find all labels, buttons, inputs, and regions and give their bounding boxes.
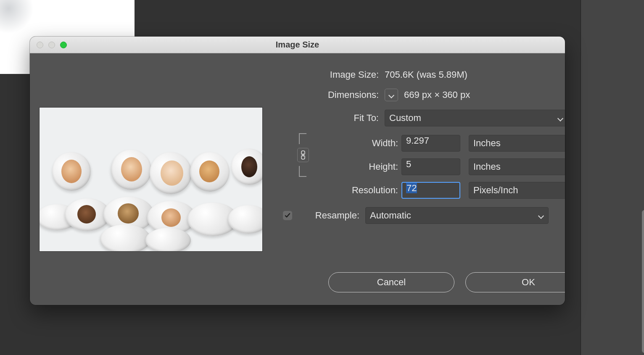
dialog-title: Image Size [276,40,319,50]
image-size-label: Image Size: [296,69,379,80]
fit-to-label: Fit To: [296,113,379,124]
dimensions-value: 669 px × 360 px [404,89,470,100]
dimensions-unit-dropdown[interactable] [385,89,398,101]
resample-checkbox[interactable] [283,211,292,220]
constrain-proportions-toggle[interactable] [297,148,309,162]
height-unit-value: Inches [473,161,501,172]
width-input[interactable]: 9.297 [401,135,460,152]
image-preview[interactable] [39,107,263,252]
dialog-titlebar[interactable]: Image Size [30,37,565,53]
panel-divider [578,0,581,355]
resample-method-select[interactable]: Automatic [365,207,549,224]
fit-to-select[interactable]: Custom [385,110,565,126]
image-size-dialog: Image Size [30,37,565,305]
resolution-label: Resolution: [314,185,398,196]
chevron-down-icon [557,115,563,121]
fit-to-value: Custom [389,113,421,124]
resample-label: Resample: [298,210,359,221]
width-label: Width: [314,138,398,149]
image-size-value: 705.6K (was 5.89M) [385,69,467,80]
height-unit-select[interactable]: Inches [469,158,565,175]
resolution-unit-value: Pixels/Inch [473,185,518,196]
window-zoom-button[interactable] [60,42,67,48]
panels-area [581,0,644,355]
cancel-button[interactable]: Cancel [328,272,454,292]
check-icon [284,212,291,219]
chevron-down-icon [538,213,544,218]
resolution-unit-select[interactable]: Pixels/Inch [469,182,565,199]
width-unit-select[interactable]: Inches [469,135,565,152]
resample-value: Automatic [370,210,411,221]
chevron-down-icon [388,92,394,98]
height-input[interactable]: 5 [401,158,460,175]
resolution-input[interactable]: 72 [401,182,460,199]
link-icon [300,150,306,160]
height-label: Height: [314,161,398,172]
width-unit-value: Inches [473,138,501,149]
scrollbar-thumb[interactable] [642,210,644,353]
ok-button[interactable]: OK [465,272,565,292]
dimensions-label: Dimensions: [296,89,379,100]
window-minimize-button[interactable] [48,42,55,48]
window-close-button[interactable] [37,42,43,48]
